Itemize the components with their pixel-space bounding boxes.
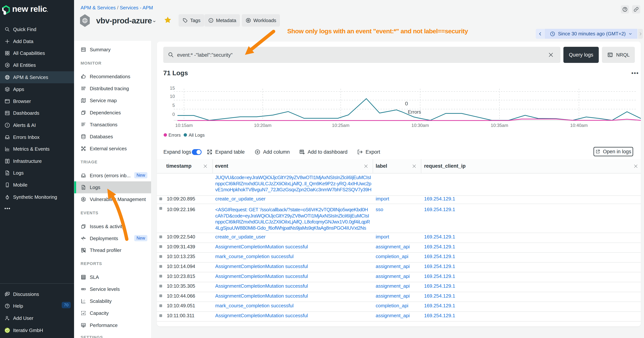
svg-text:10:35am: 10:35am <box>491 123 508 128</box>
svg-text:10:20am: 10:20am <box>254 123 271 128</box>
svg-text:10:30am: 10:30am <box>412 123 429 128</box>
svg-text:0: 0 <box>405 101 408 107</box>
svg-text:10:15am: 10:15am <box>175 123 192 128</box>
svg-text:5: 5 <box>172 103 175 108</box>
svg-text:10:40am: 10:40am <box>570 123 588 128</box>
svg-text:10: 10 <box>170 94 175 99</box>
svg-text:15: 15 <box>170 86 175 91</box>
svg-text:10:25am: 10:25am <box>332 123 349 128</box>
svg-text:Errors: Errors <box>168 133 181 138</box>
svg-text:All Logs: All Logs <box>189 133 204 138</box>
svg-text:0: 0 <box>172 112 175 117</box>
svg-text:Errors: Errors <box>408 109 421 115</box>
